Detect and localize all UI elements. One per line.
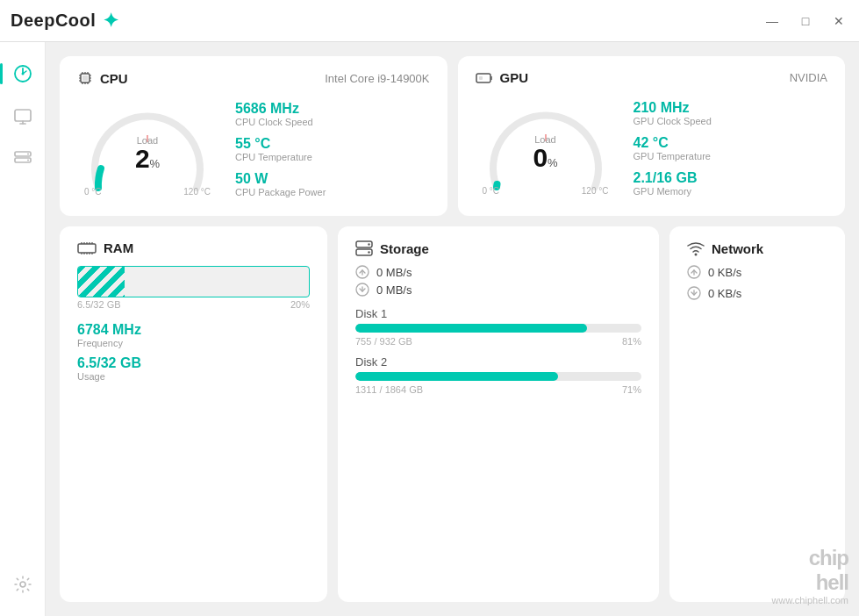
- svg-rect-11: [82, 75, 88, 81]
- app-logo: DeepCool ✦: [11, 10, 119, 32]
- cpu-title: CPU: [77, 70, 128, 86]
- ram-usage: 6.5/32 GB Usage: [77, 355, 310, 382]
- disk2-used-label: 1311 / 1864 GB: [355, 384, 423, 395]
- cpu-stats: 5686 MHz CPU Clock Speed 55 °C CPU Tempe…: [235, 101, 430, 197]
- ram-bar-fill: [78, 267, 125, 297]
- cpu-power: 50 W CPU Package Power: [235, 171, 430, 197]
- sidebar: [0, 42, 46, 616]
- svg-rect-2: [15, 110, 31, 121]
- cpu-body: Load 2% 0 °C 120 °C 5686 MHz CPU Clock S…: [77, 97, 430, 202]
- disk1-labels: 755 / 932 GB 81%: [355, 336, 641, 347]
- gpu-card-header: GPU NVIDIA: [476, 70, 828, 85]
- ram-stats: 6784 MHz Frequency 6.5/32 GB Usage: [77, 322, 310, 382]
- monitor-icon: [13, 106, 32, 125]
- storage-icon: [13, 148, 32, 168]
- ram-title: RAM: [77, 240, 310, 255]
- svg-point-44: [368, 251, 369, 253]
- net-download-icon: [687, 286, 701, 300]
- network-speeds: 0 KB/s 0 KB/s: [687, 265, 827, 300]
- logo-cross-icon: ✦: [103, 10, 119, 32]
- main-content: CPU Intel Core i9-14900K: [46, 42, 859, 616]
- cpu-clock: 5686 MHz CPU Clock Speed: [235, 101, 430, 127]
- gpu-memory: 2.1/16 GB GPU Memory: [634, 170, 828, 197]
- disk2-pct-label: 71%: [622, 384, 641, 395]
- ram-card: RAM 6.5/32 GB 20% 6784 MHz Frequency: [60, 226, 327, 602]
- sidebar-item-storage[interactable]: [5, 140, 40, 175]
- ram-bar-used-label: 6.5/32 GB: [77, 299, 121, 310]
- cpu-subtitle: Intel Core i9-14900K: [325, 72, 429, 85]
- gpu-gauge-max: 120 °C: [582, 186, 609, 196]
- ram-icon: [77, 242, 97, 254]
- disk2-title: Disk 2: [355, 355, 641, 369]
- cpu-gauge-min: 0 °C: [84, 187, 102, 197]
- cpu-card: CPU Intel Core i9-14900K: [60, 56, 447, 216]
- disk1-title: Disk 1: [355, 307, 641, 320]
- logo-icon: DeepCool: [11, 11, 96, 31]
- svg-point-43: [368, 243, 369, 245]
- storage-speeds: 0 MB/s 0 MB/s: [355, 265, 641, 297]
- ram-frequency: 6784 MHz Frequency: [77, 322, 310, 348]
- storage-upload-speed: 0 MB/s: [376, 266, 412, 279]
- gpu-icon: [476, 71, 493, 85]
- svg-rect-30: [78, 244, 96, 253]
- svg-point-8: [27, 160, 29, 161]
- storage-card: Storage 0 MB/s: [338, 226, 659, 602]
- disk1-used-label: 755 / 932 GB: [355, 336, 412, 347]
- sidebar-item-dashboard[interactable]: [5, 56, 40, 91]
- sidebar-bottom: [5, 567, 40, 602]
- ram-bar-bg: [77, 266, 310, 297]
- storage-upload: 0 MB/s: [355, 265, 641, 279]
- minimize-button[interactable]: —: [762, 11, 782, 31]
- network-icon: [687, 240, 705, 256]
- upload-icon: [355, 265, 369, 279]
- svg-rect-28: [479, 76, 483, 80]
- disk2-fill: [355, 372, 558, 381]
- svg-rect-25: [476, 74, 490, 82]
- disk1-fill: [355, 324, 587, 333]
- storage-download-speed: 0 MB/s: [376, 283, 412, 297]
- network-upload: 0 KB/s: [687, 265, 827, 279]
- disk2-bar: [355, 372, 641, 381]
- cpu-gpu-row: CPU Intel Core i9-14900K: [60, 56, 845, 216]
- ram-bar-labels: 6.5/32 GB 20%: [77, 299, 310, 310]
- network-upload-speed: 0 KB/s: [708, 266, 741, 279]
- disk2-section: Disk 2 1311 / 1864 GB 71%: [355, 355, 641, 395]
- sidebar-item-monitor[interactable]: [5, 98, 40, 133]
- cpu-card-header: CPU Intel Core i9-14900K: [77, 70, 430, 86]
- cpu-gauge-max: 120 °C: [183, 187, 211, 197]
- ram-bar-pct-label: 20%: [290, 299, 310, 310]
- gpu-card: GPU NVIDIA Load 0%: [458, 56, 846, 216]
- disk1-pct-label: 81%: [622, 336, 641, 347]
- gpu-title: GPU: [476, 70, 529, 85]
- network-title: Network: [687, 240, 827, 256]
- network-download: 0 KB/s: [687, 286, 827, 300]
- disk2-labels: 1311 / 1864 GB 71%: [355, 384, 641, 395]
- cpu-icon: [77, 70, 93, 86]
- svg-point-9: [20, 582, 25, 587]
- gpu-clock: 210 MHz GPU Clock Speed: [634, 100, 828, 126]
- gpu-gauge-center: Load 0%: [533, 134, 557, 171]
- window-controls: — □ ✕: [762, 11, 848, 31]
- cpu-gauge-center: Load 2%: [135, 135, 160, 172]
- net-upload-icon: [687, 265, 701, 279]
- gpu-subtitle: NVIDIA: [790, 71, 827, 84]
- svg-point-49: [695, 254, 698, 256]
- bottom-row: RAM 6.5/32 GB 20% 6784 MHz Frequency: [60, 226, 845, 602]
- titlebar: DeepCool ✦ — □ ✕: [0, 0, 859, 42]
- maximize-button[interactable]: □: [796, 11, 815, 31]
- close-button[interactable]: ✕: [829, 11, 848, 31]
- storage-title: Storage: [355, 240, 641, 256]
- gpu-gauge-min: 0 °C: [483, 186, 500, 196]
- app-body: CPU Intel Core i9-14900K: [0, 42, 859, 616]
- cpu-temp: 55 °C CPU Temperature: [235, 136, 430, 162]
- sidebar-item-settings[interactable]: [5, 567, 40, 602]
- ram-bar: 6.5/32 GB 20%: [77, 266, 310, 310]
- network-download-speed: 0 KB/s: [708, 287, 741, 300]
- disk1-section: Disk 1 755 / 932 GB 81%: [355, 307, 641, 347]
- svg-point-7: [27, 154, 29, 155]
- storage-download: 0 MB/s: [355, 283, 641, 297]
- cpu-gauge: Load 2% 0 °C 120 °C: [77, 97, 218, 202]
- gpu-stats: 210 MHz GPU Clock Speed 42 °C GPU Temper…: [634, 100, 828, 197]
- storage-icon: [355, 240, 373, 256]
- gpu-body: Load 0% 0 °C 120 °C 210 MHz GPU Clock Sp…: [476, 96, 828, 201]
